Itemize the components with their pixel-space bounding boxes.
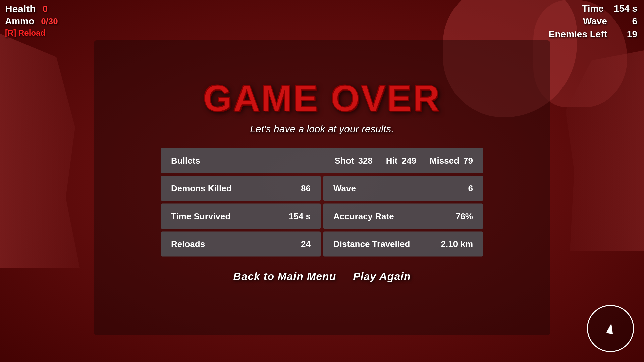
hit-value: 249 xyxy=(402,156,416,166)
wave-stat-label: Wave xyxy=(333,183,356,194)
time-survived-label: Time Survived xyxy=(171,211,230,222)
gameover-panel: GAME OVER Let's have a look at your resu… xyxy=(161,80,483,283)
gameover-subtitle: Let's have a look at your results. xyxy=(161,123,483,135)
reloads-label: Reloads xyxy=(171,239,205,249)
distance-travelled-cell: Distance Travelled 2.10 km xyxy=(323,232,483,257)
time-value: 154 s xyxy=(614,3,637,14)
health-value: 0 xyxy=(43,4,48,14)
time-survived-cell: Time Survived 154 s xyxy=(161,204,321,229)
time-display: Time 154 s xyxy=(549,3,637,14)
reload-hint: [R] Reload xyxy=(5,28,58,38)
accuracy-rate-value: 76% xyxy=(455,211,473,222)
enemies-label: Enemies Left xyxy=(549,29,607,40)
action-buttons: Back to Main Menu Play Again xyxy=(161,270,483,283)
bullets-stat-row: Bullets Shot 328 Hit 249 Missed 79 xyxy=(161,148,483,173)
distance-travelled-value: 2.10 km xyxy=(441,239,473,249)
demons-killed-label: Demons Killed xyxy=(171,183,232,194)
wave-display: Wave 6 xyxy=(549,16,637,27)
enemies-display: Enemies Left 19 xyxy=(549,29,637,40)
wave-cell: Wave 6 xyxy=(323,176,483,201)
minimap-compass xyxy=(587,305,634,352)
shot-value: 328 xyxy=(358,156,372,166)
play-again-button[interactable]: Play Again xyxy=(353,270,411,283)
ammo-value: 0/30 xyxy=(41,16,58,27)
accuracy-rate-cell: Accuracy Rate 76% xyxy=(323,204,483,229)
wave-value: 6 xyxy=(617,16,637,27)
enemies-value: 19 xyxy=(617,29,637,40)
hit-label: Hit xyxy=(386,156,398,166)
ammo-label: Ammo xyxy=(5,16,34,27)
bullets-stat-group: Shot 328 Hit 249 Missed 79 xyxy=(335,156,473,166)
reloads-value: 24 xyxy=(301,239,311,249)
hud-left: Health 0 Ammo 0/30 [R] Reload xyxy=(5,3,58,38)
reloads-distance-row: Reloads 24 Distance Travelled 2.10 km xyxy=(161,232,483,257)
gameover-title: GAME OVER xyxy=(161,80,483,117)
demons-wave-row: Demons Killed 86 Wave 6 xyxy=(161,176,483,201)
time-accuracy-row: Time Survived 154 s Accuracy Rate 76% xyxy=(161,204,483,229)
hud-right: Time 154 s Wave 6 Enemies Left 19 xyxy=(549,3,637,42)
missed-label: Missed xyxy=(430,156,459,166)
stats-container: Bullets Shot 328 Hit 249 Missed 79 Demon… xyxy=(161,148,483,257)
distance-travelled-label: Distance Travelled xyxy=(333,239,410,249)
shot-label: Shot xyxy=(335,156,354,166)
wave-label: Wave xyxy=(583,16,607,27)
health-display: Health 0 xyxy=(5,3,58,15)
main-menu-button[interactable]: Back to Main Menu xyxy=(233,270,336,283)
time-label: Time xyxy=(582,3,604,14)
time-survived-value: 154 s xyxy=(289,211,311,222)
reloads-cell: Reloads 24 xyxy=(161,232,321,257)
health-label: Health xyxy=(5,3,36,15)
demons-killed-value: 86 xyxy=(301,183,311,194)
hit-group: Hit 249 xyxy=(386,156,416,166)
missed-group: Missed 79 xyxy=(430,156,473,166)
accuracy-rate-label: Accuracy Rate xyxy=(333,211,394,222)
wave-stat-value: 6 xyxy=(468,183,473,194)
compass-arrow xyxy=(606,323,615,334)
missed-value: 79 xyxy=(463,156,473,166)
bullets-label: Bullets xyxy=(171,156,200,166)
shot-group: Shot 328 xyxy=(335,156,373,166)
ammo-display: Ammo 0/30 xyxy=(5,16,58,27)
demons-killed-cell: Demons Killed 86 xyxy=(161,176,321,201)
